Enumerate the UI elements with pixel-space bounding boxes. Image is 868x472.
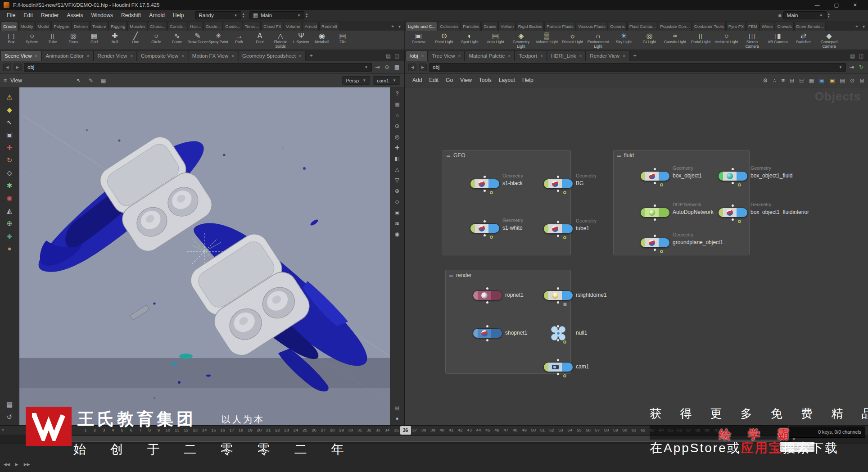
- output-connector[interactable]: [484, 234, 486, 236]
- shelf-tool-torus[interactable]: ◎Torus: [63, 31, 84, 50]
- display-flag[interactable]: [563, 236, 566, 239]
- close-tab-icon[interactable]: ×: [87, 54, 90, 59]
- frame-tick-30[interactable]: 30: [346, 427, 355, 432]
- shelf-tool-distant-light[interactable]: ☼Distant Light: [560, 31, 585, 50]
- grid-icon[interactable]: ▣: [394, 210, 399, 216]
- display-flag[interactable]: [563, 191, 566, 194]
- frame-tick-35[interactable]: 35: [392, 427, 401, 432]
- menu-edit[interactable]: Edit: [19, 10, 37, 21]
- net-menu-layout[interactable]: Layout: [495, 74, 519, 87]
- node-flag-right[interactable]: [562, 291, 573, 300]
- shelf-tab-constr[interactable]: Constr...: [167, 22, 187, 31]
- shelf-tool-path[interactable]: →Path: [229, 31, 249, 50]
- node-box-object1[interactable]: Geometrybox_object1: [640, 171, 670, 181]
- shelf-tool-stereo-camera[interactable]: ◫Stereo Camera: [739, 31, 765, 50]
- forward-button[interactable]: ▶: [419, 64, 427, 71]
- minimize-box-button[interactable]: ▬: [449, 273, 453, 277]
- frame-tick-42[interactable]: 42: [456, 427, 465, 432]
- split-view-icon[interactable]: ◧: [394, 156, 399, 162]
- node-cam1[interactable]: cam1: [543, 362, 573, 372]
- shelf-tab-lights-and-c[interactable]: Lights and C...: [406, 22, 437, 31]
- shelf-tab-muscles[interactable]: Muscles: [127, 22, 147, 31]
- pane-tab-render-view[interactable]: Render View×: [586, 51, 629, 61]
- walk-icon[interactable]: ◈: [7, 232, 12, 240]
- tools-icon[interactable]: ⚙: [763, 77, 768, 84]
- shelf-tool-spray-paint[interactable]: ✳Spray Paint: [208, 31, 229, 50]
- frame-tick-28[interactable]: 28: [328, 427, 337, 432]
- select-icon[interactable]: ↖: [7, 119, 13, 126]
- scene-viewport[interactable]: [19, 87, 390, 425]
- node-s1-black[interactable]: Geometrys1-black: [470, 179, 500, 189]
- shelf-tool-switcher[interactable]: ⇄Switcher: [791, 31, 816, 50]
- shelf-tool-platonic-solids[interactable]: △Platonic Solids: [270, 31, 291, 50]
- projection-selector[interactable]: Persp ▼: [342, 76, 371, 85]
- input-connector[interactable]: [557, 359, 559, 361]
- shelf-tool-volume-light[interactable]: ▒Volume Light: [534, 31, 560, 50]
- frame-tick-58[interactable]: 58: [602, 427, 611, 432]
- input-connector[interactable]: [484, 176, 486, 178]
- frame-tick-18[interactable]: 18: [236, 427, 245, 432]
- node-flag-left[interactable]: [544, 363, 548, 372]
- frame-tick-33[interactable]: 33: [374, 427, 383, 432]
- frame-tick-15[interactable]: 15: [209, 427, 218, 432]
- expand-down-icon[interactable]: ▽: [395, 177, 399, 183]
- menu-render[interactable]: Render: [37, 10, 63, 21]
- output-connector[interactable]: [654, 182, 656, 184]
- frame-tick-39[interactable]: 39: [428, 427, 437, 432]
- main-stepper[interactable]: ▲▼: [305, 13, 308, 18]
- shelf-tab-crowds[interactable]: Crowds: [775, 22, 793, 31]
- output-connector[interactable]: [486, 301, 488, 304]
- home-view-icon[interactable]: ⌂: [395, 113, 398, 118]
- shelf-tool-file[interactable]: ▤File: [332, 31, 353, 50]
- list-view-icon[interactable]: ⊟: [799, 77, 804, 84]
- frame-tick-17[interactable]: 17: [227, 427, 236, 432]
- minimize-button[interactable]: —: [814, 2, 819, 8]
- display-options-icon[interactable]: ▦: [394, 102, 399, 108]
- frame-tick-34[interactable]: 34: [383, 427, 392, 432]
- frame-tick-41[interactable]: 41: [447, 427, 456, 432]
- output-connector[interactable]: [557, 301, 559, 304]
- rotate-icon[interactable]: ↻: [7, 157, 13, 164]
- frame-tick-49[interactable]: 49: [520, 427, 529, 432]
- flipbook-icon[interactable]: ▤: [394, 405, 399, 411]
- input-connector[interactable]: [484, 220, 486, 222]
- shelf-tab-oceans[interactable]: Oceans: [608, 22, 627, 31]
- node-flag-right[interactable]: [491, 291, 502, 300]
- shelf-tab-polygon[interactable]: Polygon: [51, 22, 71, 31]
- input-connector[interactable]: [557, 325, 559, 327]
- frame-tick-20[interactable]: 20: [255, 427, 264, 432]
- node-flag-right[interactable]: [488, 179, 499, 188]
- input-connector[interactable]: [486, 325, 488, 327]
- node-flag-left[interactable]: [719, 172, 723, 181]
- menu-arnold[interactable]: Arnold: [145, 10, 169, 21]
- shelf-tool-l-system[interactable]: ΨL-System: [291, 31, 312, 50]
- shelf-tab-wires[interactable]: Wires: [760, 22, 774, 31]
- frame-tick-23[interactable]: 23: [282, 427, 291, 432]
- frame-tick-21[interactable]: 21: [264, 427, 273, 432]
- node-flag-left[interactable]: [641, 172, 645, 181]
- rewind-icon[interactable]: «: [2, 427, 4, 432]
- node-flag-left[interactable]: [544, 291, 548, 300]
- input-connector[interactable]: [654, 235, 656, 237]
- menu-burger-icon[interactable]: ≡: [777, 12, 783, 18]
- select-arrow-icon[interactable]: ↖: [75, 77, 82, 84]
- shelf-tool-null[interactable]: ✚Null: [104, 31, 125, 50]
- shelf-tab-fem[interactable]: FEM: [746, 22, 759, 31]
- output-connector[interactable]: [557, 339, 559, 341]
- node-flag-right[interactable]: [737, 208, 747, 217]
- scene-path-field[interactable]: obj ▼: [24, 63, 372, 72]
- node-flag-right[interactable]: [488, 224, 499, 233]
- desktop-main-selector[interactable]: ▦ Main▼: [249, 11, 304, 19]
- frame-tick-27[interactable]: 27: [319, 427, 328, 432]
- shelf-tool-tube[interactable]: ▯Tube: [42, 31, 63, 50]
- node-flag-left[interactable]: [473, 291, 478, 300]
- net-menu-add[interactable]: Add: [409, 74, 425, 87]
- input-connector[interactable]: [557, 221, 559, 223]
- frame-tick-60[interactable]: 60: [620, 427, 629, 432]
- shelf-tool-environment-light[interactable]: ∩Environment Light: [585, 31, 611, 50]
- menu-assets[interactable]: Assets: [63, 10, 87, 21]
- node-flag-left[interactable]: [719, 208, 723, 217]
- display-flag[interactable]: [660, 183, 663, 186]
- menu-list-icon[interactable]: ≡: [782, 77, 785, 84]
- node-s1-white[interactable]: Geometrys1-white: [470, 223, 500, 233]
